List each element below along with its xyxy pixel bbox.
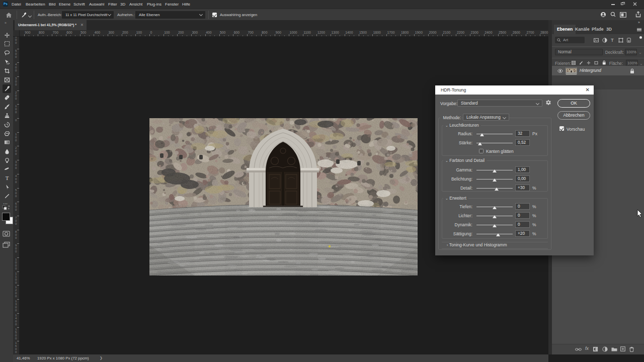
svg-text:T: T	[5, 175, 9, 181]
